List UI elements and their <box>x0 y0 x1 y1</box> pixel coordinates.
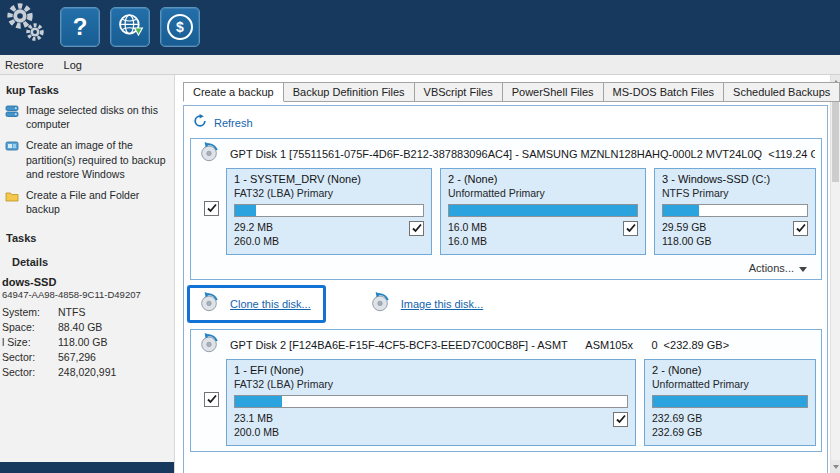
dollar-icon: $ <box>167 14 193 40</box>
tab-scheduled-backups[interactable]: Scheduled Backups <box>723 82 840 102</box>
tab-msdos-batch-files[interactable]: MS-DOS Batch Files <box>603 82 724 102</box>
refresh-icon <box>193 114 207 132</box>
task-file-folder-backup[interactable]: Create a File and Folder backup <box>5 188 170 216</box>
partition-card-windows-ssd[interactable]: 3 - Windows-SSD (C:) NTFS Primary 29.59 … <box>654 168 816 255</box>
disk-1-action-links: Clone this disk... Image this disk... <box>187 285 827 323</box>
partition-checkbox[interactable] <box>623 221 638 236</box>
partition-card-disk2-unformatted[interactable]: 2 - (None) Unformatted Primary 232.69 GB… <box>644 359 816 446</box>
clone-disk-icon <box>197 291 221 317</box>
partition-name: 1 - EFI (None) <box>234 364 628 376</box>
detail-value: 248,020,991 <box>58 366 116 378</box>
partition-usage-bar <box>234 204 424 217</box>
refresh-link[interactable]: Refresh <box>214 117 253 129</box>
image-this-disk-link[interactable]: Image this disk... <box>401 298 484 310</box>
partition-total: 200.0 MB <box>234 426 628 438</box>
tab-vbscript-files[interactable]: VBScript Files <box>414 82 503 102</box>
partition-card-efi[interactable]: 1 - EFI (None) FAT32 (LBA) Primary 23.1 … <box>226 359 636 446</box>
partition-checkbox[interactable] <box>613 412 628 427</box>
disk-image-icon <box>5 103 20 131</box>
dollar-glyph: $ <box>176 20 184 34</box>
clone-highlight-box: Clone this disk... <box>187 285 326 323</box>
partition-used: 29.2 MB <box>234 221 424 233</box>
detail-value: 88.40 GB <box>58 321 102 333</box>
menu-item-restore[interactable]: Restore <box>0 59 54 71</box>
application-window: ? $ Restore Log kup T <box>0 0 840 473</box>
help-button[interactable]: ? <box>60 7 100 47</box>
menu-bar: Restore Log <box>0 55 840 75</box>
chevron-down-icon <box>799 267 807 272</box>
vertical-scrollbar[interactable] <box>830 75 840 473</box>
partition-type: NTFS Primary <box>662 187 808 199</box>
image-disk-icon <box>368 291 392 317</box>
partition-name: 2 - (None) <box>652 364 808 376</box>
detail-value: 118.00 GB <box>58 336 107 348</box>
detail-value: 567,296 <box>58 351 96 363</box>
disk-2-body: 1 - EFI (None) FAT32 (LBA) Primary 23.1 … <box>191 359 821 451</box>
partition-name: 1 - SYSTEM_DRV (None) <box>234 173 424 185</box>
image-disk-action: Image this disk... <box>368 291 484 317</box>
partition-usage-bar <box>448 204 638 217</box>
tab-create-a-backup[interactable]: Create a backup <box>183 82 284 102</box>
partition-checkbox[interactable] <box>793 221 808 236</box>
tab-powershell-files[interactable]: PowerShell Files <box>502 82 604 102</box>
partition-usage-bar <box>662 204 808 217</box>
detail-label: Sector: <box>2 351 58 363</box>
partition-total: 16.0 MB <box>448 235 638 247</box>
disk-1-actions-menu[interactable]: Actions... <box>191 260 821 279</box>
partition-card-disk1-unformatted[interactable]: 2 - (None) Unformatted Primary 16.0 MB 1… <box>440 168 646 255</box>
partition-type: FAT32 (LBA) Primary <box>234 378 628 390</box>
partition-usage-bar <box>234 395 628 408</box>
folder-icon <box>5 188 20 216</box>
partition-usage-fill <box>663 205 699 216</box>
disk-2-checkbox[interactable] <box>204 392 219 407</box>
detail-label: Sector: <box>2 366 58 378</box>
tab-backup-definition-files[interactable]: Backup Definition Files <box>283 82 415 102</box>
scrollbar-thumb[interactable] <box>832 90 839 182</box>
partition-used: 23.1 MB <box>234 412 628 424</box>
detail-row-end-sector: Sector: 248,020,991 <box>2 366 174 378</box>
detail-label: Space: <box>2 321 58 333</box>
clone-this-disk-link[interactable]: Clone this disk... <box>230 298 311 310</box>
partition-total: 260.0 MB <box>234 235 424 247</box>
menu-item-log[interactable]: Log <box>54 59 92 71</box>
detail-label: System: <box>2 306 58 318</box>
disk-panel-1: GPT Disk 1 [75511561-075F-4D6F-B212-3878… <box>190 138 822 280</box>
detail-row-total-size: l Size: 118.00 GB <box>2 336 174 348</box>
tab-strip: Create a backup Backup Definition Files … <box>183 82 840 102</box>
web-update-button[interactable] <box>110 7 150 47</box>
task-label: Create an image of the partition(s) requ… <box>26 138 170 181</box>
disk-1-partitions: 1 - SYSTEM_DRV (None) FAT32 (LBA) Primar… <box>226 168 816 255</box>
purchase-button[interactable]: $ <box>160 7 200 47</box>
sidebar-footer-accent <box>0 462 174 473</box>
globe-download-icon <box>117 12 144 43</box>
selected-volume-name: dows-SSD <box>2 276 174 288</box>
task-label: Image selected disks on this computer <box>26 103 170 131</box>
actions-label: Actions... <box>749 262 794 274</box>
partition-type: Unformatted Primary <box>448 187 638 199</box>
details-header[interactable]: Details <box>12 256 174 268</box>
top-toolbar: ? $ <box>0 0 840 55</box>
detail-row-free-space: Space: 88.40 GB <box>2 321 174 333</box>
partition-usage-bar <box>652 395 808 408</box>
disk-1-body: 1 - SYSTEM_DRV (None) FAT32 (LBA) Primar… <box>191 168 821 260</box>
disk-icon <box>197 141 221 167</box>
partition-usage-fill <box>449 205 637 216</box>
task-image-windows-partitions[interactable]: Create an image of the partition(s) requ… <box>5 138 170 181</box>
scroll-down-arrow-icon <box>833 465 839 469</box>
partition-used: 16.0 MB <box>448 221 638 233</box>
partition-card-system-drv[interactable]: 1 - SYSTEM_DRV (None) FAT32 (LBA) Primar… <box>226 168 432 255</box>
disk-panel-2: GPT Disk 2 [F124BA6E-F15F-4CF5-BCF3-EEED… <box>190 329 822 452</box>
partition-checkbox[interactable] <box>409 221 424 236</box>
detail-row-start-sector: Sector: 567,296 <box>2 351 174 363</box>
scroll-down-button[interactable] <box>831 460 840 473</box>
disk-2-title: GPT Disk 2 [F124BA6E-F15F-4CF5-BCF3-EEED… <box>230 339 729 351</box>
main-area: Create a backup Backup Definition Files … <box>175 75 830 473</box>
partition-usage-fill <box>235 205 256 216</box>
settings-gear-small-icon[interactable] <box>24 21 46 47</box>
partition-name: 3 - Windows-SSD (C:) <box>662 173 808 185</box>
partition-usage-fill <box>653 396 807 407</box>
selected-volume-guid: 64947-AA98-4858-9C11-D49207 <box>2 289 174 300</box>
disk-1-checkbox[interactable] <box>204 201 219 216</box>
sidebar: kup Tasks Image selected disks on this c… <box>0 75 175 473</box>
task-image-selected-disks[interactable]: Image selected disks on this computer <box>5 103 170 131</box>
